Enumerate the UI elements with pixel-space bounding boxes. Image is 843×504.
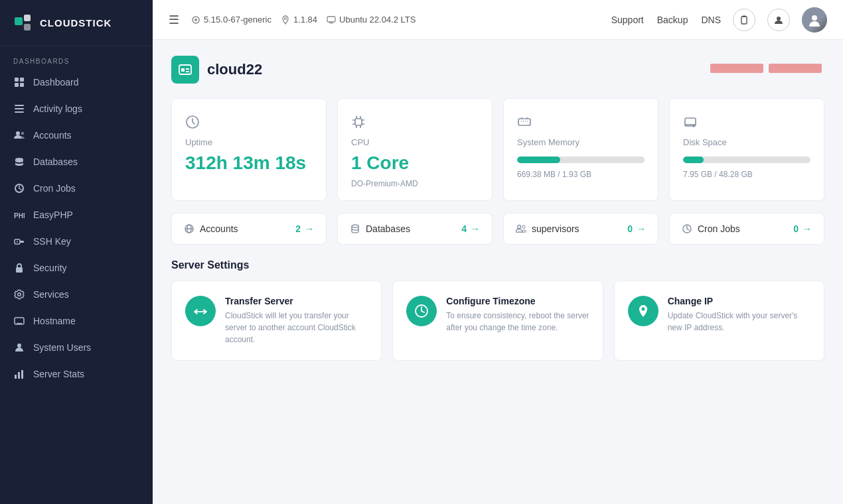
ssh-icon: [13, 235, 25, 247]
sidebar-item-label: Accounts: [33, 130, 72, 141]
gear-icon: [13, 288, 25, 300]
settings-card-change-ip[interactable]: Change IP Update CloudStick with your se…: [614, 281, 824, 361]
svg-rect-0: [15, 17, 23, 25]
cpu-sub: DO-Premium-AMD: [351, 179, 479, 188]
database-icon: [13, 156, 25, 168]
transfer-desc: CloudStick will let you transfer your se…: [225, 310, 368, 346]
timezone-title: Configure Timezone: [446, 296, 589, 306]
memory-label: System Memory: [517, 137, 645, 147]
svg-point-11: [21, 132, 24, 135]
main-area: ☰ 5.15.0-67-generic 1.1.84 Ubuntu 22.04.…: [153, 0, 843, 504]
sidebar-item-server-stats[interactable]: Server Stats: [0, 361, 153, 387]
svg-point-27: [284, 17, 286, 19]
backup-link[interactable]: Backup: [657, 15, 688, 25]
svg-rect-29: [329, 23, 333, 23]
transfer-card-body: Transfer Server CloudStick will let you …: [225, 296, 368, 346]
sidebar-item-hostname[interactable]: Hostname: [0, 308, 153, 334]
disk-progress-wrap: [683, 157, 810, 163]
clipboard-button[interactable]: [733, 9, 755, 31]
sidebar-item-label: Activity logs: [33, 103, 82, 114]
settings-card-transfer[interactable]: Transfer Server CloudStick will let you …: [171, 281, 382, 361]
transfer-server-icon: [185, 296, 216, 326]
php-icon: PHP: [13, 209, 25, 221]
hamburger-menu-icon[interactable]: ☰: [169, 13, 179, 27]
svg-rect-20: [17, 323, 22, 324]
svg-point-12: [15, 158, 23, 160]
sidebar-item-easyphp[interactable]: PHP EasyPHP: [0, 202, 153, 228]
page-header-actions: [710, 64, 824, 76]
settings-card-timezone[interactable]: Configure Timezone To ensure consistency…: [392, 281, 603, 361]
svg-point-33: [812, 15, 817, 21]
quick-card-supervisors[interactable]: supervisors 0 →: [503, 213, 658, 245]
sidebar-item-activity-logs[interactable]: Activity logs: [0, 95, 153, 122]
sidebar-item-databases[interactable]: Databases: [0, 149, 153, 175]
sidebar-item-label: Server Stats: [33, 369, 84, 379]
avatar[interactable]: [802, 7, 827, 32]
svg-point-52: [641, 307, 645, 310]
user-button[interactable]: [767, 9, 790, 31]
hostname-icon: [13, 315, 25, 327]
cron-icon: [13, 182, 25, 194]
memory-icon: [517, 113, 645, 129]
sidebar: CLOUDSTICK DASHBOARDS Dashboard Activity…: [0, 0, 153, 504]
quick-card-cron-jobs[interactable]: Cron Jobs 0 →: [669, 213, 824, 245]
topbar-info: 5.15.0-67-generic 1.1.84 Ubuntu 22.04.2 …: [191, 15, 599, 25]
quick-card-accounts-label: Accounts: [184, 223, 238, 235]
svg-rect-36: [186, 68, 189, 70]
stat-card-memory: System Memory 669.38 MB / 1.93 GB: [503, 98, 658, 201]
change-ip-title: Change IP: [668, 296, 810, 306]
stat-card-disk: Disk Space 7.95 GB / 48.28 GB: [669, 98, 824, 201]
arrow-right-icon: →: [803, 223, 812, 234]
cpu-icon: [351, 113, 479, 129]
svg-point-46: [352, 225, 358, 227]
cron-quick-icon: [682, 223, 692, 235]
sidebar-item-services[interactable]: Services: [0, 281, 153, 308]
ip-info: 1.1.84: [281, 15, 317, 25]
disk-sub: 7.95 GB / 48.28 GB: [683, 170, 810, 179]
sidebar-item-label: Security: [33, 263, 67, 273]
svg-point-10: [16, 131, 20, 135]
sidebar-logo[interactable]: CLOUDSTICK: [0, 0, 153, 46]
sidebar-item-label: Databases: [33, 157, 78, 167]
cron-count: 0 →: [793, 223, 812, 234]
disk-progress-fill: [683, 157, 704, 163]
uptime-value: 312h 13m 18s: [185, 153, 313, 174]
sidebar-section-label: DASHBOARDS: [0, 46, 153, 69]
sidebar-item-label: SSH Key: [33, 236, 71, 247]
sidebar-item-system-users[interactable]: System Users: [0, 334, 153, 361]
sidebar-item-label: Services: [33, 289, 69, 300]
svg-rect-30: [741, 17, 747, 24]
svg-rect-28: [327, 17, 335, 22]
accounts-count: 2 →: [295, 223, 314, 234]
redacted-bar-2: [769, 64, 822, 73]
svg-rect-40: [518, 119, 530, 125]
page-title: cloud22: [207, 61, 262, 78]
quick-card-accounts[interactable]: Accounts 2 →: [171, 213, 327, 245]
svg-rect-35: [181, 68, 185, 72]
memory-progress-wrap: [517, 157, 645, 163]
accounts-globe-icon: [184, 223, 194, 235]
sidebar-item-accounts[interactable]: Accounts: [0, 122, 153, 149]
svg-rect-22: [15, 375, 17, 379]
content-area: cloud22 Uptime 312h 13m 18s: [153, 40, 843, 504]
sidebar-item-cron-jobs[interactable]: Cron Jobs: [0, 175, 153, 202]
change-ip-icon: [628, 296, 658, 326]
kernel-info: 5.15.0-67-generic: [191, 15, 271, 25]
svg-point-26: [194, 19, 197, 21]
stat-card-cpu: CPU 1 Core DO-Premium-AMD: [337, 98, 493, 201]
svg-rect-7: [15, 105, 24, 106]
quick-card-databases[interactable]: Databases 4 →: [337, 213, 493, 245]
support-link[interactable]: Support: [611, 15, 644, 25]
sidebar-item-dashboard[interactable]: Dashboard: [0, 69, 153, 95]
svg-rect-5: [15, 83, 19, 87]
svg-rect-34: [179, 65, 191, 74]
topbar-nav: Support Backup DNS: [611, 15, 721, 25]
grid-icon: [13, 76, 25, 88]
list-icon: [13, 103, 25, 115]
supervisors-count: 0 →: [627, 223, 646, 234]
sidebar-item-ssh-key[interactable]: SSH Key: [0, 228, 153, 255]
sidebar-item-label: System Users: [33, 342, 91, 353]
sidebar-item-security[interactable]: Security: [0, 255, 153, 281]
uptime-label: Uptime: [185, 137, 313, 147]
dns-link[interactable]: DNS: [701, 15, 721, 25]
